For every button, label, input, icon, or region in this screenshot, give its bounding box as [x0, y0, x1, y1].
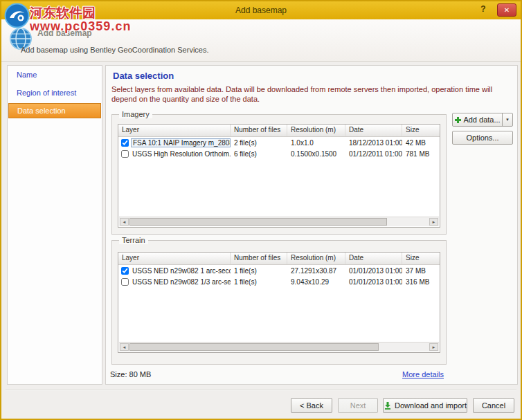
add-basemap-dialog: Add basemap ? ✕ Add basemap Add basemap …: [0, 0, 522, 420]
terrain-group-label: Terrain: [119, 236, 148, 244]
next-label: Next: [350, 401, 366, 410]
next-button: Next: [338, 398, 378, 413]
layer-checkbox[interactable]: [121, 278, 129, 286]
layer-checkbox[interactable]: [121, 150, 129, 158]
sidebar-item-name[interactable]: Name: [8, 66, 102, 84]
layer-resolution: 1.0x1.0: [287, 139, 345, 147]
terrain-table: Layer Number of files Resolution (m) Dat…: [118, 252, 440, 353]
options-button[interactable]: Options...: [452, 131, 513, 145]
sidebar-item-label: Region of interest: [17, 89, 76, 97]
header-title: Add basemap: [37, 28, 92, 38]
size-summary: Size: 80 MB: [110, 370, 151, 378]
column-header-files[interactable]: Number of files: [231, 253, 287, 264]
back-button[interactable]: < Back: [291, 398, 332, 413]
titlebar[interactable]: Add basemap: [1, 1, 521, 20]
table-row[interactable]: USGS High Resolution Orthoim... 6 file(s…: [118, 148, 440, 159]
plus-icon: [454, 116, 461, 123]
layer-date: 01/01/2013 01:00: [345, 278, 402, 286]
layer-checkbox[interactable]: [121, 139, 129, 147]
data-selection-panel: Data selection Select layers from availa…: [105, 65, 518, 385]
more-details-link[interactable]: More details: [402, 370, 444, 378]
layer-resolution: 9.043x10.29: [287, 278, 345, 286]
layer-name: USGS NED n29w082 1 arc-seco...: [131, 267, 231, 275]
options-label: Options...: [466, 134, 498, 142]
layer-files: 2 file(s): [231, 139, 287, 147]
close-button[interactable]: ✕: [497, 3, 516, 17]
horizontal-scrollbar[interactable]: ◄ ►: [119, 342, 439, 351]
wizard-header: Add basemap Add basemap using Bentley Ge…: [1, 19, 521, 62]
layer-date: 01/12/2011 01:00: [345, 150, 402, 158]
help-button[interactable]: ?: [478, 4, 489, 15]
layer-name: FSA 10:1 NAIP Imagery m_2808...: [131, 138, 231, 147]
terrain-table-header: Layer Number of files Resolution (m) Dat…: [118, 253, 440, 265]
download-icon: [384, 401, 392, 410]
column-header-layer[interactable]: Layer: [118, 253, 231, 264]
layer-name: USGS High Resolution Orthoim...: [131, 150, 231, 158]
column-header-size[interactable]: Size: [402, 125, 440, 136]
scroll-left-icon[interactable]: ◄: [120, 343, 129, 351]
scroll-right-icon[interactable]: ►: [429, 343, 438, 351]
column-header-date[interactable]: Date: [345, 125, 402, 136]
sidebar-item-data-selection[interactable]: Data selection: [8, 103, 101, 118]
cancel-button[interactable]: Cancel: [473, 398, 514, 413]
scroll-right-icon[interactable]: ►: [429, 218, 438, 226]
layer-size: 42 MB: [402, 139, 440, 147]
column-header-date[interactable]: Date: [345, 253, 402, 264]
column-header-size[interactable]: Size: [402, 253, 440, 264]
download-label: Download and import: [395, 401, 467, 410]
sidebar-item-region-of-interest[interactable]: Region of interest: [8, 84, 102, 102]
table-row[interactable]: USGS NED n29w082 1/3 arc-sec... 1 file(s…: [118, 276, 440, 287]
add-data-label: Add data...: [463, 116, 500, 124]
page-title: Data selection: [113, 71, 174, 81]
imagery-group-label: Imagery: [119, 110, 152, 118]
layer-resolution: 0.1500x0.1500: [287, 150, 345, 158]
table-row[interactable]: USGS NED n29w082 1 arc-seco... 1 file(s)…: [118, 265, 440, 276]
page-description: Select layers from available data. Data …: [111, 84, 512, 104]
layer-files: 1 file(s): [231, 278, 287, 286]
sidebar-item-label: Data selection: [17, 107, 66, 115]
layer-resolution: 27.1291x30.87: [287, 267, 345, 275]
layer-size: 781 MB: [402, 150, 440, 158]
layer-date: 01/01/2013 01:00: [345, 267, 402, 275]
layer-files: 1 file(s): [231, 267, 287, 275]
imagery-table-header: Layer Number of files Resolution (m) Dat…: [118, 125, 440, 137]
layer-date: 18/12/2013 01:00: [345, 139, 402, 147]
imagery-group: Imagery Layer Number of files Resolution…: [111, 114, 447, 235]
add-data-button[interactable]: Add data... ▼: [452, 113, 513, 127]
add-data-main: Add data...: [453, 113, 502, 126]
window-title: Add basemap: [235, 6, 287, 15]
footer-separator: [6, 389, 516, 390]
chevron-down-icon[interactable]: ▼: [502, 113, 512, 126]
column-header-resolution[interactable]: Resolution (m): [287, 253, 345, 264]
cancel-label: Cancel: [482, 401, 505, 410]
column-header-files[interactable]: Number of files: [231, 125, 287, 136]
scrollbar-thumb[interactable]: [129, 218, 387, 226]
terrain-group: Terrain Layer Number of files Resolution…: [111, 240, 447, 365]
layer-size: 316 MB: [402, 278, 440, 286]
scroll-left-icon[interactable]: ◄: [120, 218, 129, 226]
layer-files: 6 file(s): [231, 150, 287, 158]
header-subtitle: Add basemap using Bentley GeoCoordinatio…: [21, 46, 209, 54]
wizard-steps-sidebar: Name Region of interest Data selection: [7, 65, 102, 385]
back-label: < Back: [300, 401, 323, 410]
column-header-layer[interactable]: Layer: [118, 125, 231, 136]
horizontal-scrollbar[interactable]: ◄ ►: [119, 217, 439, 226]
table-row[interactable]: FSA 10:1 NAIP Imagery m_2808... 2 file(s…: [118, 137, 440, 148]
column-header-resolution[interactable]: Resolution (m): [287, 125, 345, 136]
layer-checkbox[interactable]: [121, 267, 129, 275]
layer-size: 37 MB: [402, 267, 440, 275]
scrollbar-thumb[interactable]: [129, 343, 379, 351]
imagery-table: Layer Number of files Resolution (m) Dat…: [118, 124, 440, 228]
sidebar-item-label: Name: [17, 71, 37, 79]
layer-name: USGS NED n29w082 1/3 arc-sec...: [131, 278, 231, 286]
download-and-import-button[interactable]: Download and import: [383, 398, 467, 413]
